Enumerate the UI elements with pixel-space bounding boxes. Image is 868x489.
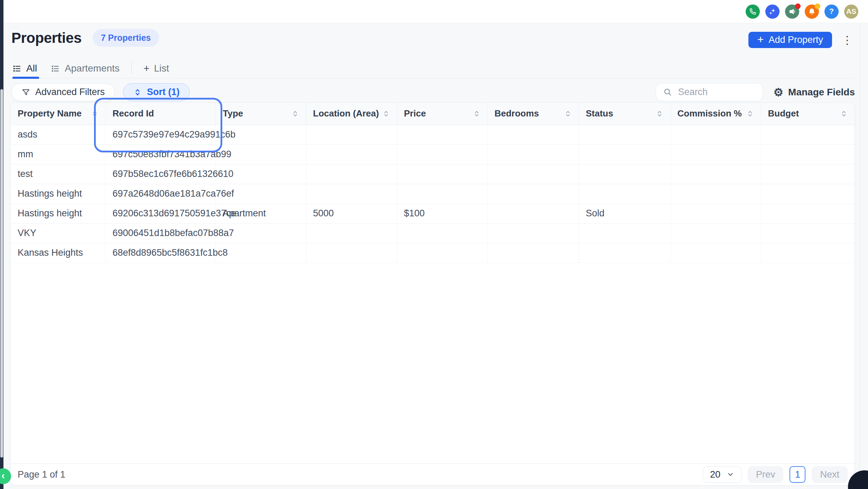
page-size-select[interactable]: 20 bbox=[703, 466, 741, 483]
table-cell bbox=[761, 184, 855, 204]
column-sort-icon[interactable] bbox=[746, 110, 754, 117]
column-header-price[interactable]: Price bbox=[397, 103, 487, 125]
table-cell bbox=[761, 223, 855, 243]
column-header-status[interactable]: Status bbox=[579, 103, 670, 125]
page-size-value: 20 bbox=[710, 469, 720, 480]
avatar[interactable]: AS bbox=[844, 4, 858, 19]
chevron-down-icon bbox=[727, 471, 734, 478]
tab-list[interactable]: +List bbox=[137, 59, 176, 78]
column-label: Type bbox=[223, 108, 243, 119]
table-cell: Kansas Heights bbox=[11, 243, 105, 263]
table-cell bbox=[306, 164, 397, 184]
table-cell bbox=[579, 125, 670, 144]
table-footer: Page 1 of 1 20 Prev 1 Next bbox=[11, 463, 855, 485]
more-options-button[interactable]: ⋮ bbox=[839, 33, 856, 47]
help-icon[interactable]: ? bbox=[824, 4, 839, 19]
prev-page-button[interactable]: Prev bbox=[748, 466, 784, 483]
gear-icon: ⚙ bbox=[773, 87, 783, 98]
column-label: Location (Area) bbox=[313, 108, 379, 119]
advanced-filters-label: Advanced Filters bbox=[35, 87, 105, 97]
sort-arrows-icon bbox=[133, 88, 142, 97]
column-sort-icon[interactable] bbox=[91, 110, 99, 117]
search-input[interactable] bbox=[678, 87, 756, 97]
table-row[interactable]: Hastings height69206c313d691750591e37ceA… bbox=[11, 204, 855, 223]
collapsed-sidebar bbox=[0, 0, 3, 489]
column-sort-icon[interactable] bbox=[564, 110, 572, 117]
table-row[interactable]: asds697c5739e97e94c29a991c6b bbox=[11, 125, 855, 144]
sort-button[interactable]: Sort (1) bbox=[123, 83, 190, 101]
table-cell: 697c50e83fbf7341b3a7ab99 bbox=[105, 144, 216, 164]
manage-fields-button[interactable]: ⚙ Manage Fields bbox=[773, 87, 855, 98]
table-cell bbox=[761, 125, 855, 144]
sparkles-icon[interactable] bbox=[765, 4, 780, 19]
properties-page: ‹ ?AS Properties 7 Properties + Add Prop… bbox=[0, 0, 868, 489]
table-cell bbox=[579, 164, 670, 184]
column-header-bedrooms[interactable]: Bedrooms bbox=[487, 103, 579, 125]
table-cell bbox=[216, 243, 306, 263]
table-row[interactable]: test697b58ec1c67fe6b61326610 bbox=[11, 164, 855, 184]
table-cell: VKY bbox=[11, 223, 105, 243]
table-cell: Hastings height bbox=[11, 184, 105, 204]
column-sort-icon[interactable] bbox=[291, 110, 299, 117]
advanced-filters-button[interactable]: Advanced Filters bbox=[11, 83, 115, 101]
table-cell: Apartment bbox=[216, 204, 306, 223]
column-header-location-area-[interactable]: Location (Area) bbox=[306, 103, 397, 125]
view-tabs: AllApartements+List bbox=[10, 59, 855, 78]
table-row[interactable]: Kansas Heights68ef8d8965bc5f8631fc1bc8 bbox=[11, 243, 855, 263]
table-cell bbox=[397, 144, 487, 164]
table-cell bbox=[579, 144, 670, 164]
column-header-budget[interactable]: Budget bbox=[761, 103, 855, 125]
column-header-type[interactable]: Type bbox=[216, 103, 306, 125]
table-cell bbox=[306, 144, 397, 164]
table-empty-area bbox=[11, 263, 855, 464]
column-header-property-name[interactable]: Property Name bbox=[11, 103, 105, 125]
table-cell bbox=[487, 243, 579, 263]
toolbar: Advanced Filters Sort (1) ⚙ Manage Field… bbox=[11, 83, 855, 101]
table-cell bbox=[487, 125, 579, 144]
table-cell: 5000 bbox=[306, 204, 397, 223]
pagination-controls: 20 Prev 1 Next bbox=[703, 466, 848, 483]
properties-table: Property NameRecord IdTypeLocation (Area… bbox=[11, 103, 855, 263]
tab-all[interactable]: All bbox=[10, 59, 44, 78]
table-cell bbox=[487, 223, 579, 243]
column-sort-icon[interactable] bbox=[840, 110, 848, 117]
table-row[interactable]: mm697c50e83fbf7341b3a7ab99 bbox=[11, 144, 855, 164]
bell-icon[interactable] bbox=[805, 4, 819, 19]
table-cell: 69206c313d691750591e37ce bbox=[105, 204, 216, 223]
add-property-button[interactable]: + Add Property bbox=[748, 32, 832, 48]
sidebar-expand-button[interactable]: ‹ bbox=[0, 468, 11, 484]
column-label: Bedrooms bbox=[495, 108, 539, 119]
plus-icon: + bbox=[143, 63, 150, 74]
column-header-record-id[interactable]: Record Id bbox=[105, 103, 216, 125]
page-title: Properties bbox=[11, 30, 82, 46]
table-row[interactable]: VKY69006451d1b8befac07b88a7 bbox=[11, 223, 855, 243]
column-sort-icon[interactable] bbox=[656, 110, 663, 117]
table-cell bbox=[397, 223, 487, 243]
table-cell bbox=[397, 164, 487, 184]
column-label: Property Name bbox=[18, 108, 82, 119]
current-page-button[interactable]: 1 bbox=[790, 466, 805, 483]
tab-apartements[interactable]: Apartements bbox=[44, 59, 127, 78]
table-cell: $100 bbox=[397, 204, 487, 223]
table-cell bbox=[670, 144, 761, 164]
column-sort-icon[interactable] bbox=[473, 110, 480, 117]
column-sort-icon[interactable] bbox=[382, 110, 390, 117]
plus-icon: + bbox=[757, 34, 764, 45]
table-cell bbox=[670, 223, 761, 243]
page-info: Page 1 of 1 bbox=[18, 469, 65, 480]
table-cell bbox=[397, 125, 487, 144]
tab-label: All bbox=[26, 63, 37, 74]
next-page-button[interactable]: Next bbox=[812, 466, 848, 483]
table-row[interactable]: Hastings height697a2648d06ae181a7ca76ef bbox=[11, 184, 855, 204]
sidebar-scrollbar[interactable] bbox=[0, 89, 3, 458]
table-cell bbox=[397, 184, 487, 204]
table-cell bbox=[761, 204, 855, 223]
list-icon bbox=[12, 64, 22, 73]
table-cell: 697b58ec1c67fe6b61326610 bbox=[105, 164, 216, 184]
column-header-commission-[interactable]: Commission % bbox=[670, 103, 761, 125]
table-cell bbox=[487, 204, 579, 223]
column-label: Budget bbox=[768, 108, 799, 119]
megaphone-icon[interactable] bbox=[785, 4, 799, 19]
table-cell bbox=[579, 243, 670, 263]
phone-icon[interactable] bbox=[746, 4, 760, 19]
